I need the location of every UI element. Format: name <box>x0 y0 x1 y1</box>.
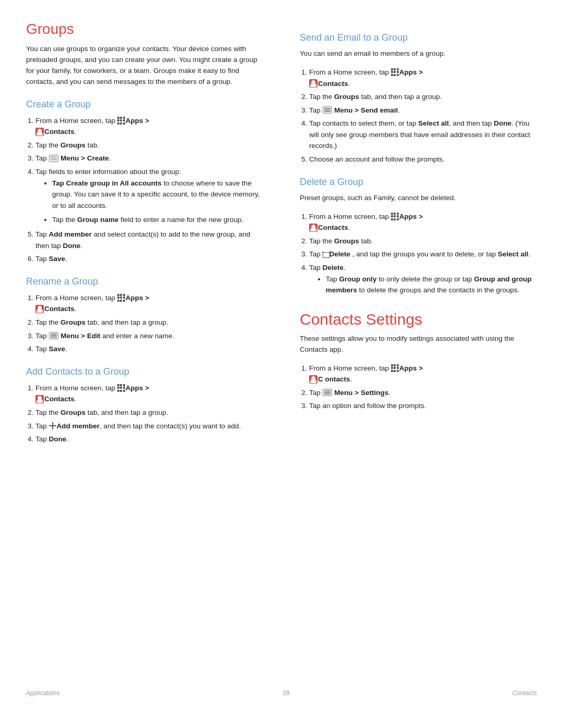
list-item: From a Home screen, tap Apps > Contacts. <box>35 115 263 138</box>
groups-title: Groups <box>26 21 263 38</box>
delete-group-title: Delete a Group <box>300 177 537 188</box>
add-contacts-steps: From a Home screen, tap Apps > Contacts.… <box>35 382 263 445</box>
apps-icon <box>117 384 125 392</box>
list-item: From a Home screen, tap Apps > Contacts. <box>35 382 263 405</box>
page: Groups You can use groups to organize yo… <box>0 0 563 728</box>
delete-group-bullets: Tap Group only to only delete the group … <box>326 274 537 296</box>
contacts-settings-title: Contacts Settings <box>300 311 537 328</box>
delete-group-intro: Preset groups, such as Family, cannot be… <box>300 193 537 204</box>
add-contacts-title: Add Contacts to a Group <box>26 366 263 377</box>
list-item: Tap Menu > Send email. <box>309 105 537 116</box>
contacts-settings-steps: From a Home screen, tap Apps > C ontacts… <box>309 363 537 412</box>
list-item: Tap Add member and select contact(s) to … <box>35 229 263 251</box>
contacts-icon <box>35 395 44 403</box>
menu-icon <box>49 332 58 339</box>
list-item: From a Home screen, tap Apps > C ontacts… <box>309 363 537 385</box>
main-content: Groups You can use groups to organize yo… <box>26 21 537 663</box>
footer-right: Contacts <box>512 689 537 697</box>
contacts-settings-intro: These settings allow you to modify setti… <box>300 334 537 355</box>
delete-group-steps: From a Home screen, tap Apps > Contacts.… <box>309 211 537 296</box>
list-item: Tap Menu > Create. <box>35 153 263 164</box>
apps-icon <box>391 213 399 220</box>
list-item: From a Home screen, tap Apps > Contacts. <box>35 292 263 315</box>
contacts-icon <box>309 79 317 88</box>
list-item: Tap Save. <box>35 253 263 265</box>
send-email-steps: From a Home screen, tap Apps > Contacts.… <box>309 67 537 165</box>
footer-left: Applications <box>26 689 60 697</box>
apps-icon <box>391 68 399 76</box>
rename-group-steps: From a Home screen, tap Apps > Contacts.… <box>35 292 263 355</box>
create-group-title: Create a Group <box>26 99 263 110</box>
list-item: Tap Save. <box>35 343 263 355</box>
list-item: Tap the Groups tab. <box>309 236 537 247</box>
contacts-icon <box>35 128 44 136</box>
apps-icon <box>117 294 125 302</box>
menu-icon <box>49 155 58 162</box>
list-item: From a Home screen, tap Apps > Contacts. <box>309 211 537 233</box>
create-group-steps: From a Home screen, tap Apps > Contacts.… <box>35 115 263 265</box>
menu-icon <box>323 389 332 396</box>
apps-icon <box>391 364 399 372</box>
apps-icon <box>117 117 125 125</box>
list-item: Tap the Groups tab, and then tap a group… <box>35 317 263 328</box>
list-item: Tap the Groups tab. <box>35 140 263 151</box>
delete-icon <box>323 251 329 258</box>
list-item: Tap Menu > Edit and enter a new name. <box>35 330 263 342</box>
footer-page-number: 39 <box>283 689 289 697</box>
list-item: Tap Delete , and tap the groups you want… <box>309 249 537 260</box>
rename-group-title: Rename a Group <box>26 276 263 287</box>
list-item: Tap Done. <box>35 434 263 445</box>
send-email-intro: You can send an email to members of a gr… <box>300 48 537 59</box>
list-item: Tap Delete. Tap Group only to only delet… <box>309 262 537 296</box>
menu-icon <box>323 106 332 114</box>
list-item: Tap Create group in All accounts to choo… <box>52 178 263 212</box>
list-item: Tap Menu > Settings. <box>309 387 537 399</box>
list-item: Tap contacts to select them, or tap Sele… <box>309 118 537 152</box>
right-column: Send an Email to a Group You can send an… <box>295 21 537 663</box>
list-item: Tap an option and follow the prompts. <box>309 400 537 412</box>
list-item: Tap fields to enter information about th… <box>35 166 263 226</box>
list-item: From a Home screen, tap Apps > Contacts. <box>309 67 537 89</box>
list-item: Tap Add member, and then tap the contact… <box>35 421 263 432</box>
left-column: Groups You can use groups to organize yo… <box>26 21 274 663</box>
list-item: Tap the Groups tab, and then tap a group… <box>35 407 263 418</box>
list-item: Choose an account and follow the prompts… <box>309 154 537 165</box>
contacts-icon <box>309 375 317 384</box>
send-email-title: Send an Email to a Group <box>300 32 537 43</box>
list-item: Tap the Groups tab, and then tap a group… <box>309 91 537 103</box>
list-item: Tap the Group name field to enter a name… <box>52 214 263 226</box>
groups-intro: You can use groups to organize your cont… <box>26 44 263 88</box>
contacts-icon <box>35 305 44 313</box>
create-group-bullets: Tap Create group in All accounts to choo… <box>52 178 263 226</box>
list-item: Tap Group only to only delete the group … <box>326 274 537 296</box>
footer: Applications 39 Contacts <box>26 684 537 697</box>
contacts-icon <box>309 224 317 232</box>
add-icon <box>49 422 56 429</box>
